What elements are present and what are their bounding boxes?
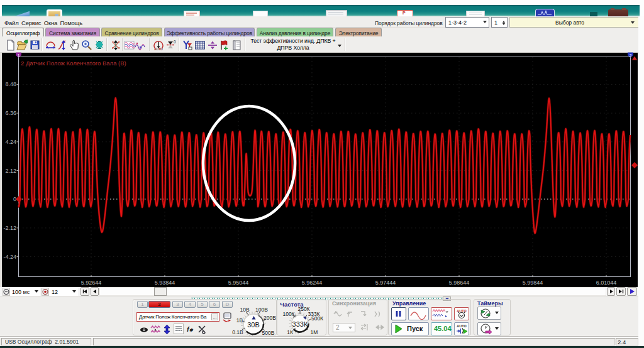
svg-text:AUTO: AUTO [457,324,467,328]
svg-text:100В: 100В [255,307,268,313]
svg-text:0.1В: 0.1В [232,329,243,335]
svg-text:500В: 500В [262,330,275,336]
svg-text:200В: 200В [264,315,276,321]
svg-text:10В: 10В [240,307,249,313]
svg-text:30В: 30В [247,321,260,329]
svg-text:1В: 1В [236,317,243,324]
